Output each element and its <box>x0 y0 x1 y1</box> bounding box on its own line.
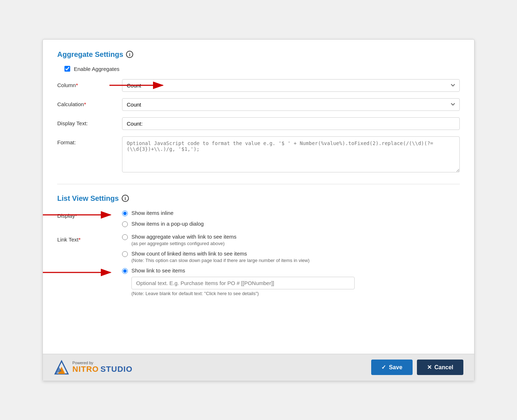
footer-logo: Powered by NITRO STUDIO <box>54 360 132 375</box>
link-show-item-wrap: Show link to see items (Note: Leave blan… <box>122 267 460 296</box>
brand-name: NITRO STUDIO <box>72 365 132 374</box>
aggregate-info-icon[interactable]: i <box>126 51 133 58</box>
display-radio-group: Show items inline Show items in a pop-up… <box>122 210 204 227</box>
nitro-logo-icon <box>54 360 69 375</box>
section-divider <box>57 184 460 184</box>
link-count-radio[interactable] <box>122 251 128 257</box>
display-text-label: Display Text: <box>57 117 122 126</box>
enable-aggregates-label[interactable]: Enable Aggregates <box>74 66 120 72</box>
display-inline-item: Show items inline <box>122 210 204 216</box>
link-aggregate-note: (as per aggregate settings configured ab… <box>131 241 237 246</box>
link-text-row: Link Text* Show aggregate value with lin… <box>57 234 460 296</box>
link-aggregate-label[interactable]: Show aggregate value with link to see it… <box>131 234 237 240</box>
format-row: Format: <box>57 136 460 174</box>
column-arrow-icon <box>109 78 167 92</box>
aggregate-settings-dialog: Aggregate Settings i Enable Aggregates C… <box>42 39 475 381</box>
cancel-button[interactable]: ✕ Cancel <box>417 360 463 375</box>
link-aggregate-item: Show aggregate value with link to see it… <box>122 234 460 246</box>
dialog-footer: Powered by NITRO STUDIO ✓ Save ✕ Cancel <box>43 354 474 381</box>
calculation-select[interactable]: Count <box>122 98 460 111</box>
link-text-radio-group: Show aggregate value with link to see it… <box>122 234 460 296</box>
display-inline-label[interactable]: Show items inline <box>131 210 174 216</box>
link-show-label[interactable]: Show link to see items <box>131 267 185 274</box>
calculation-label: Calculation* <box>57 98 122 107</box>
save-button[interactable]: ✓ Save <box>371 360 412 375</box>
save-label: Save <box>389 364 402 371</box>
calculation-select-wrap: Count <box>122 98 460 111</box>
display-options-wrap: Show items inline Show items in a pop-up… <box>122 210 460 227</box>
aggregate-settings-title: Aggregate Settings i <box>57 50 460 59</box>
display-row: Display* <box>57 210 460 227</box>
list-view-title-text: List View Settings <box>57 194 119 203</box>
format-wrap <box>122 136 460 174</box>
studio-text: STUDIO <box>100 365 132 374</box>
link-show-sub-input-wrap <box>131 277 355 289</box>
display-inline-radio[interactable] <box>122 211 128 216</box>
list-view-settings-title: List View Settings i <box>57 194 460 203</box>
list-view-info-icon[interactable]: i <box>122 195 129 202</box>
column-select-wrap: Count <box>122 79 460 92</box>
link-text-label: Link Text* <box>57 234 122 243</box>
enable-aggregates-checkbox[interactable] <box>64 66 70 72</box>
link-show-text-input[interactable] <box>131 277 355 289</box>
display-text-row: Display Text: <box>57 117 460 130</box>
logo-text-wrap: Powered by NITRO STUDIO <box>72 361 132 374</box>
link-show-item: Show link to see items (Note: Leave blan… <box>122 267 460 296</box>
link-show-radio[interactable] <box>122 268 128 274</box>
display-popup-label[interactable]: Show items in a pop-up dialog <box>131 221 204 227</box>
column-select[interactable]: Count <box>122 79 460 92</box>
dialog-content: Aggregate Settings i Enable Aggregates C… <box>43 40 474 354</box>
footer-buttons: ✓ Save ✕ Cancel <box>371 360 463 375</box>
display-text-input[interactable] <box>122 117 460 130</box>
link-text-options-wrap: Show aggregate value with link to see it… <box>122 234 460 296</box>
enable-aggregates-row: Enable Aggregates <box>64 66 460 72</box>
display-popup-item: Show items in a pop-up dialog <box>122 221 204 227</box>
calculation-row: Calculation* Count <box>57 98 460 111</box>
cancel-label: Cancel <box>435 364 453 371</box>
link-arrow-icon <box>43 268 115 277</box>
save-check-icon: ✓ <box>381 364 386 371</box>
link-count-note: (Note: This option can slow down page lo… <box>131 258 310 263</box>
display-arrow-icon <box>43 211 115 219</box>
display-text-wrap <box>122 117 460 130</box>
link-show-sub-note: (Note: Leave blank for default text: "Cl… <box>131 291 355 296</box>
link-count-label[interactable]: Show count of linked items with link to … <box>131 250 247 257</box>
aggregate-title-text: Aggregate Settings <box>57 50 123 59</box>
link-aggregate-radio[interactable] <box>122 234 128 240</box>
display-popup-radio[interactable] <box>122 221 128 227</box>
column-row: Column* Count <box>57 79 460 92</box>
link-count-item: Show count of linked items with link to … <box>122 250 460 263</box>
nitro-text: NITRO <box>72 365 99 374</box>
format-label: Format: <box>57 136 122 145</box>
cancel-x-icon: ✕ <box>427 364 432 371</box>
format-textarea[interactable] <box>122 136 460 172</box>
